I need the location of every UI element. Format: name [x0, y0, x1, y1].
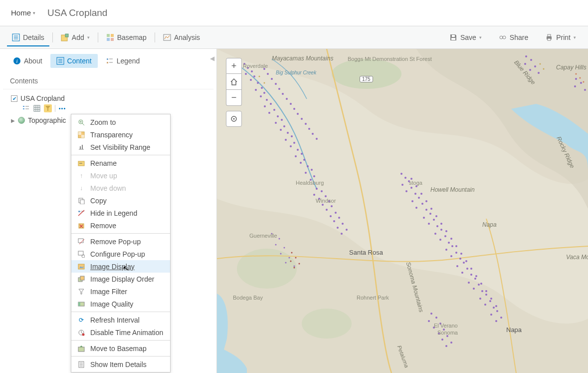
save-label: Save — [460, 33, 476, 41]
svg-point-225 — [428, 320, 430, 322]
show-legend-icon[interactable] — [22, 104, 30, 112]
svg-rect-24 — [107, 58, 108, 60]
svg-rect-12 — [452, 35, 455, 37]
svg-point-251 — [540, 63, 541, 65]
tab-content[interactable]: Content — [50, 54, 98, 68]
svg-point-255 — [583, 81, 585, 83]
transparency-icon — [77, 131, 85, 139]
basemap-button[interactable]: Basemap — [101, 30, 152, 44]
svg-point-192 — [468, 282, 470, 284]
details-button[interactable]: Details — [7, 30, 49, 46]
svg-point-100 — [281, 119, 283, 121]
locate-button[interactable] — [226, 111, 242, 127]
layer-label: Topographic — [28, 116, 66, 124]
print-button[interactable]: Print ▾ — [540, 30, 581, 44]
tab-legend[interactable]: Legend — [100, 54, 146, 68]
svg-point-248 — [294, 267, 295, 269]
layer-action-bar: ••• — [0, 103, 216, 114]
tab-about[interactable]: i About — [7, 54, 48, 68]
show-table-icon[interactable] — [33, 104, 41, 112]
clock-icon — [77, 329, 85, 337]
ctx-refresh-interval[interactable]: ⟳ Refresh Interval — [71, 314, 170, 326]
ctx-image-filter[interactable]: Image Filter — [71, 285, 170, 298]
svg-point-176 — [440, 229, 442, 231]
svg-point-214 — [455, 245, 457, 247]
svg-point-215 — [460, 253, 462, 255]
svg-point-111 — [295, 155, 297, 157]
remove-icon — [77, 222, 85, 230]
analysis-button[interactable]: Analysis — [158, 30, 205, 44]
svg-rect-17 — [548, 38, 551, 40]
svg-point-121 — [271, 78, 273, 80]
svg-point-14 — [503, 36, 506, 39]
collapse-panel-button[interactable]: ◀ — [210, 55, 214, 62]
filter-icon[interactable] — [44, 104, 52, 112]
svg-point-13 — [500, 36, 503, 39]
ctx-configure-popup[interactable]: Configure Pop-up — [71, 248, 170, 260]
svg-point-220 — [485, 290, 487, 292]
ctx-transparency[interactable]: Transparency — [71, 128, 170, 141]
svg-point-153 — [275, 244, 277, 246]
svg-point-80 — [332, 59, 401, 89]
ctx-remove[interactable]: Remove — [71, 219, 170, 232]
basemap-label: Basemap — [117, 33, 147, 41]
ctx-label: Move up — [90, 172, 117, 180]
chevron-down-icon: ▾ — [87, 35, 90, 40]
save-button[interactable]: Save ▾ — [444, 30, 487, 44]
checkbox-checked-icon[interactable]: ✔ — [11, 95, 17, 102]
zoom-in-button[interactable]: + — [226, 58, 242, 74]
svg-point-150 — [341, 233, 343, 235]
svg-marker-66 — [79, 289, 84, 294]
ctx-visibility-range[interactable]: Set Visibility Range — [71, 141, 170, 153]
ctx-disable-time[interactable]: Disable Time Animation — [71, 326, 170, 339]
content-split: i About Content Legend ◀ Contents ✔ USA … — [0, 49, 588, 373]
svg-point-128 — [297, 113, 299, 115]
svg-point-160 — [404, 177, 406, 179]
layer-usa-cropland[interactable]: ✔ USA Cropland — [0, 92, 216, 103]
ctx-move-basemap[interactable]: Move to Basemap — [71, 342, 170, 355]
ctx-image-quality[interactable]: Image Quality — [71, 298, 170, 310]
share-label: Share — [510, 33, 528, 41]
svg-point-135 — [321, 190, 323, 192]
svg-point-123 — [278, 88, 280, 90]
ctx-image-display[interactable]: Image Display — [71, 260, 170, 273]
analysis-label: Analysis — [174, 33, 200, 41]
svg-rect-47 — [82, 145, 83, 149]
svg-point-82 — [302, 309, 352, 339]
ctx-remove-popup[interactable]: Remove Pop-up — [71, 235, 170, 248]
ctx-label: Transparency — [90, 131, 133, 139]
share-button[interactable]: Share — [494, 30, 533, 44]
svg-point-164 — [405, 190, 407, 192]
svg-point-224 — [435, 317, 437, 319]
svg-point-257 — [233, 118, 235, 120]
svg-point-191 — [474, 278, 476, 280]
ctx-rename[interactable]: Rename — [71, 157, 170, 169]
ctx-hide-legend[interactable]: Hide in Legend — [71, 207, 170, 219]
zoom-out-button[interactable]: − — [226, 90, 242, 106]
ctx-copy[interactable]: Copy — [71, 194, 170, 207]
svg-marker-74 — [80, 346, 83, 347]
add-button[interactable]: Add ▾ — [56, 30, 95, 44]
svg-rect-51 — [80, 200, 84, 204]
home-extent-button[interactable] — [226, 74, 242, 90]
ctx-item-details[interactable]: Show Item Details — [71, 358, 170, 371]
svg-point-131 — [308, 128, 310, 130]
svg-point-253 — [576, 73, 577, 75]
svg-point-252 — [543, 68, 545, 70]
ctx-zoom-to[interactable]: Zoom to — [71, 116, 170, 128]
share-icon — [499, 33, 507, 41]
map-canvas[interactable]: + − Mayacamas Mountains Boggs Mt Demonst… — [217, 49, 588, 373]
svg-point-127 — [293, 108, 295, 110]
tab-legend-label: Legend — [117, 57, 140, 65]
svg-point-94 — [266, 99, 268, 101]
svg-rect-60 — [78, 251, 83, 255]
more-options-button[interactable]: ••• — [58, 104, 66, 112]
separator — [155, 32, 155, 42]
home-dropdown[interactable]: Home ▾ — [6, 5, 40, 20]
map-label: Healdsburg — [296, 180, 324, 186]
svg-point-247 — [299, 263, 300, 265]
svg-point-179 — [439, 239, 441, 241]
ctx-image-display-order[interactable]: Image Display Order — [71, 273, 170, 285]
expand-icon[interactable]: ▶ — [11, 118, 15, 123]
ctx-label: Set Visibility Range — [90, 143, 150, 151]
